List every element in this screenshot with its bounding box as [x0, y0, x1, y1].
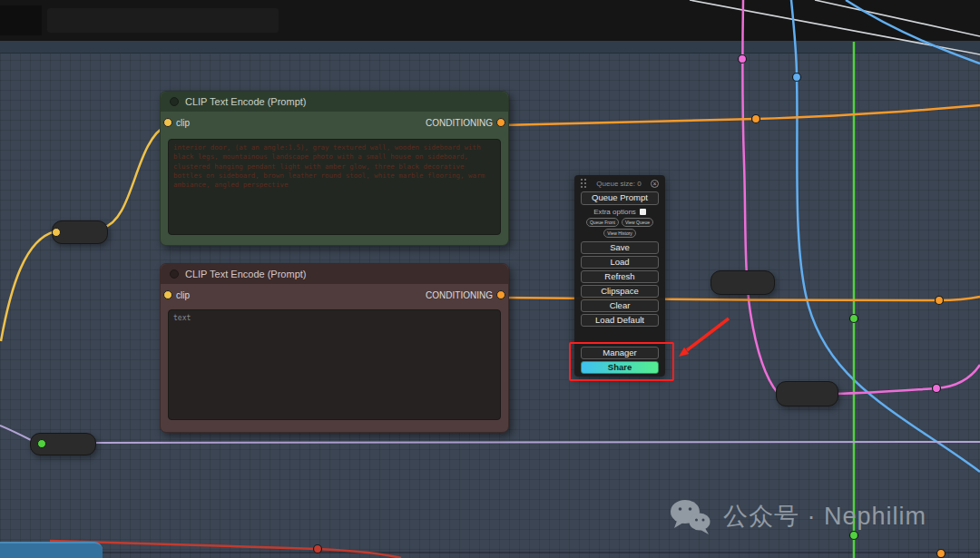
- collapsed-node-bottom-left[interactable]: [30, 433, 96, 455]
- collapsed-node-right-low[interactable]: [776, 381, 838, 406]
- collapse-dot-icon[interactable]: [170, 269, 179, 279]
- conditioning-wire-top: [502, 105, 980, 125]
- latent-wire-vertical: [742, 0, 778, 393]
- clip-input-dot[interactable]: [163, 118, 172, 127]
- reroute-dot-orange-bottom[interactable]: [937, 550, 946, 558]
- node-title: CLIP Text Encode (Prompt): [185, 96, 307, 107]
- conditioning-output-dot[interactable]: [496, 118, 505, 127]
- gray-wire-2: [815, 0, 980, 36]
- node-ports: clip CONDITIONING: [161, 116, 508, 134]
- refresh-button[interactable]: Refresh: [581, 270, 659, 283]
- clip-input-label: clip: [176, 290, 190, 300]
- close-icon[interactable]: ×: [651, 180, 659, 188]
- collapsed-node-left[interactable]: [52, 220, 108, 244]
- clip-wire-to-node: [103, 125, 167, 228]
- red-wire-bottom: [50, 541, 401, 558]
- clear-button[interactable]: Clear: [581, 299, 659, 312]
- collapsed-node-corner[interactable]: [0, 542, 103, 558]
- green-port-dot[interactable]: [37, 439, 46, 448]
- reroute-dot-latent-right[interactable]: [933, 385, 941, 393]
- reroute-dot-green-mid[interactable]: [850, 315, 858, 323]
- comfyui-canvas[interactable]: CLIP Text Encode (Prompt) clip CONDITION…: [0, 0, 980, 558]
- clipspace-button[interactable]: Clipspace: [581, 285, 659, 298]
- watermark: 公众号 · Nephilim: [668, 497, 926, 535]
- reroute-dot-red[interactable]: [314, 545, 322, 553]
- conditioning-output-dot[interactable]: [496, 290, 505, 299]
- queue-front-button[interactable]: Queue Front: [586, 218, 619, 227]
- clip-text-encode-node-negative[interactable]: CLIP Text Encode (Prompt) clip CONDITION…: [160, 263, 509, 433]
- reroute-dot-conditioning-right[interactable]: [936, 297, 944, 305]
- load-button[interactable]: Load: [581, 256, 659, 269]
- clip-input-dot[interactable]: [163, 290, 172, 299]
- reroute-dot-conditioning-top[interactable]: [752, 115, 760, 123]
- reroute-dot-image[interactable]: [793, 73, 801, 82]
- load-default-button[interactable]: Load Default: [581, 314, 659, 327]
- latent-wire-right: [836, 365, 980, 394]
- model-wire-left: [0, 426, 31, 440]
- prompt-textarea-empty[interactable]: text: [168, 309, 501, 420]
- prompt-textarea[interactable]: interior door, (at an angle:1.5), gray t…: [168, 139, 501, 235]
- node-ports: clip CONDITIONING: [161, 289, 508, 307]
- menu-header: Queue size: 0 ×: [581, 178, 659, 190]
- wechat-icon: [668, 497, 711, 535]
- save-button[interactable]: Save: [581, 241, 659, 254]
- queue-prompt-button[interactable]: Queue Prompt: [581, 191, 659, 205]
- drag-handle-icon[interactable]: [581, 179, 587, 189]
- clip-wire-left: [1, 231, 55, 341]
- extra-options-checkbox[interactable]: [640, 209, 646, 215]
- queue-size-label: Queue size: 0: [587, 180, 651, 188]
- highlight-rectangle: [569, 342, 674, 381]
- clip-text-encode-node-positive[interactable]: CLIP Text Encode (Prompt) clip CONDITION…: [160, 91, 509, 246]
- model-wire-horizontal: [94, 442, 980, 443]
- extra-options-label: Extra options: [593, 208, 636, 216]
- node-header[interactable]: CLIP Text Encode (Prompt): [161, 264, 508, 284]
- node-title: CLIP Text Encode (Prompt): [185, 269, 307, 279]
- collapse-dot-icon[interactable]: [170, 97, 179, 106]
- view-queue-button[interactable]: View Queue: [622, 218, 653, 227]
- conditioning-output-label: CONDITIONING: [426, 118, 493, 128]
- view-history-button[interactable]: View History: [603, 229, 636, 238]
- watermark-text: 公众号 · Nephilim: [723, 500, 926, 533]
- reroute-dot-latent-top[interactable]: [739, 55, 747, 64]
- node-header[interactable]: CLIP Text Encode (Prompt): [161, 92, 508, 112]
- collapsed-node-right-mid[interactable]: [710, 270, 775, 295]
- clip-output-dot[interactable]: [52, 228, 61, 237]
- clip-input-label: clip: [176, 118, 190, 128]
- conditioning-output-label: CONDITIONING: [426, 290, 493, 300]
